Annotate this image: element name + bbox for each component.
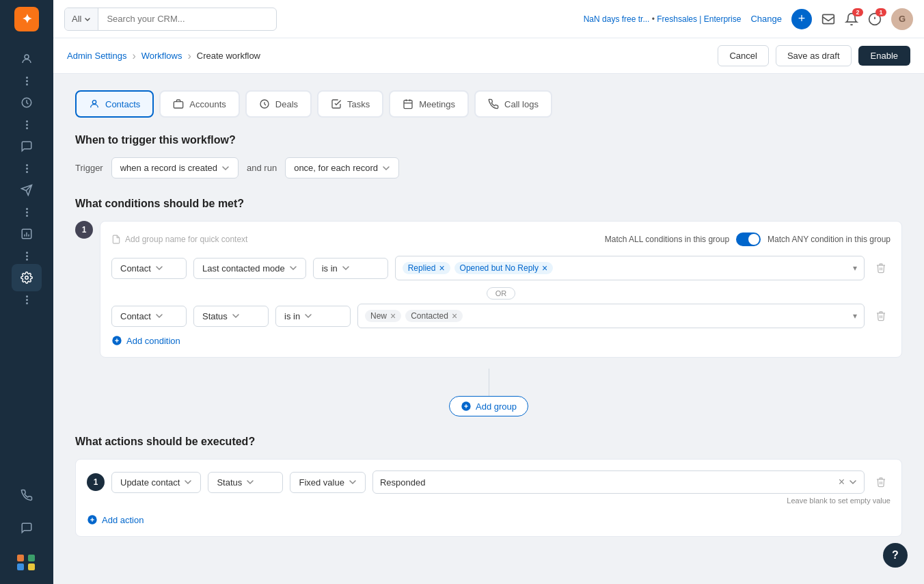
sidebar-dots-2 — [12, 118, 42, 131]
action-fixed-value-text: Fixed value — [299, 477, 344, 488]
change-plan-link[interactable]: Change — [750, 14, 782, 24]
condition-op-1[interactable]: is in — [313, 258, 388, 279]
conditions-section-title: What conditions should be met? — [75, 198, 902, 210]
action-update-contact[interactable]: Update contact — [111, 472, 201, 493]
trigger-label: Trigger — [75, 163, 103, 173]
search-input[interactable] — [98, 14, 276, 24]
brand-logo[interactable]: ✦ — [14, 7, 39, 31]
action-value-field[interactable]: Responded × — [372, 470, 865, 494]
navbar-right: NaN days free tr... • Freshsales | Enter… — [584, 8, 913, 30]
action-update-contact-text: Update contact — [120, 477, 180, 488]
sidebar-dots-4 — [12, 205, 42, 219]
breadcrumb-workflows[interactable]: Workflows — [141, 51, 182, 61]
tab-contacts[interactable]: Contacts — [75, 90, 154, 118]
remove-new-tag[interactable]: × — [390, 311, 396, 321]
sidebar-dots-5 — [12, 249, 42, 263]
logo-symbol: ✦ — [22, 12, 32, 27]
add-button[interactable]: + — [791, 9, 812, 29]
sidebar-item-deals[interactable] — [12, 89, 42, 116]
tab-call-logs-label: Call logs — [504, 99, 539, 109]
group-name-placeholder: Add group name for quick context — [125, 235, 247, 244]
match-toggles: Match ALL conditions in this group Match… — [605, 233, 891, 246]
sidebar-apps-grid[interactable] — [12, 547, 42, 577]
svg-point-3 — [25, 276, 29, 280]
sidebar: ✦ — [0, 0, 53, 584]
condition-field-2[interactable]: Status — [193, 306, 269, 327]
add-action-button[interactable]: Add action — [87, 514, 891, 525]
user-avatar[interactable]: G — [891, 8, 913, 30]
add-group-button[interactable]: Add group — [449, 396, 528, 416]
action-status-field[interactable]: Status — [208, 472, 283, 493]
condition-row-2: Contact Status is in — [111, 304, 891, 328]
group-number: 1 — [75, 221, 93, 239]
svg-rect-9 — [174, 102, 183, 108]
condition-row-1: Contact Last contacted mode is in — [111, 256, 891, 280]
breadcrumb-admin-settings[interactable]: Admin Settings — [67, 51, 126, 61]
condition-tag-replied: Replied × — [403, 262, 450, 274]
tab-deals[interactable]: Deals — [245, 90, 312, 118]
sidebar-item-settings[interactable] — [12, 264, 42, 291]
condition-field-1[interactable]: Last contacted mode — [193, 258, 306, 279]
condition-entity-2[interactable]: Contact — [111, 306, 187, 327]
run-value-dropdown[interactable]: once, for each record — [285, 157, 399, 178]
svg-rect-4 — [823, 14, 834, 23]
tab-call-logs[interactable]: Call logs — [474, 90, 552, 118]
tab-tasks-label: Tasks — [347, 99, 370, 109]
add-condition-button[interactable]: Add condition — [111, 335, 891, 346]
alerts-btn[interactable]: 1 — [868, 12, 882, 26]
remove-opened-tag[interactable]: × — [542, 263, 547, 273]
remove-replied-tag[interactable]: × — [439, 263, 444, 273]
tab-tasks[interactable]: Tasks — [317, 90, 383, 118]
condition-field-1-text: Last contacted mode — [202, 263, 285, 274]
remove-contacted-tag[interactable]: × — [452, 311, 457, 321]
condition-tag-opened-no-reply: Opened but No Reply × — [454, 262, 554, 274]
condition-op-2[interactable]: is in — [275, 306, 351, 327]
sidebar-item-chat[interactable] — [12, 133, 42, 160]
condition-entity-1[interactable]: Contact — [111, 258, 187, 279]
sidebar-nav-top — [0, 41, 53, 310]
breadcrumb-bar: Admin Settings › Workflows › Create work… — [53, 38, 924, 74]
sidebar-dots-1 — [12, 74, 42, 88]
sidebar-item-phone[interactable] — [12, 481, 42, 509]
search-scope-dropdown[interactable]: All — [65, 8, 98, 30]
mail-icon-btn[interactable] — [821, 12, 835, 26]
sidebar-dots-3 — [12, 161, 42, 175]
action-fixed-value[interactable]: Fixed value — [290, 472, 365, 493]
notifications-btn[interactable]: 2 — [845, 12, 858, 26]
save-draft-button[interactable]: Save as draft — [776, 45, 852, 66]
content-area: Admin Settings › Workflows › Create work… — [53, 38, 924, 584]
or-badge: OR — [487, 287, 516, 300]
add-group-line — [489, 369, 489, 396]
group-name-input[interactable]: Add group name for quick context — [111, 235, 247, 244]
action-status-text: Status — [217, 477, 242, 488]
tab-meetings-label: Meetings — [419, 99, 455, 109]
sidebar-item-messages[interactable] — [12, 514, 42, 542]
help-button[interactable]: ? — [883, 543, 908, 568]
match-all-label: Match ALL conditions in this group — [605, 235, 729, 244]
trigger-value-dropdown[interactable]: when a record is created — [111, 157, 239, 178]
action-value-clear[interactable]: × — [839, 476, 845, 488]
condition-values-2[interactable]: New × Contacted × ▾ — [357, 304, 865, 328]
condition-values-1[interactable]: Replied × Opened but No Reply × ▾ — [395, 256, 865, 280]
tab-meetings[interactable]: Meetings — [389, 90, 469, 118]
condition-op-1-text: is in — [322, 263, 338, 274]
sidebar-item-campaigns[interactable] — [12, 176, 42, 204]
add-action-label: Add action — [102, 515, 144, 525]
sidebar-item-reports[interactable] — [12, 220, 42, 248]
sidebar-item-contacts[interactable] — [12, 45, 42, 72]
delete-condition-1[interactable] — [871, 258, 891, 278]
top-navbar: All NaN days free tr... • Freshsales | E… — [53, 0, 924, 38]
condition-values-2-arrow: ▾ — [853, 311, 857, 321]
delete-condition-2[interactable] — [871, 306, 891, 326]
enable-button[interactable]: Enable — [858, 46, 910, 66]
breadcrumb-current: Create workflow — [197, 51, 260, 61]
add-group-label: Add group — [476, 401, 517, 412]
cancel-button[interactable]: Cancel — [718, 45, 768, 66]
action-row-1: 1 Update contact Status Fixed value — [87, 470, 891, 494]
actions-section: What actions should be executed? 1 Updat… — [75, 436, 902, 537]
match-toggle-switch[interactable] — [736, 233, 761, 246]
tab-accounts[interactable]: Accounts — [159, 90, 239, 118]
condition-entity-2-text: Contact — [120, 311, 151, 321]
delete-action-1[interactable] — [871, 473, 891, 492]
apps-grid-icon — [17, 555, 36, 570]
